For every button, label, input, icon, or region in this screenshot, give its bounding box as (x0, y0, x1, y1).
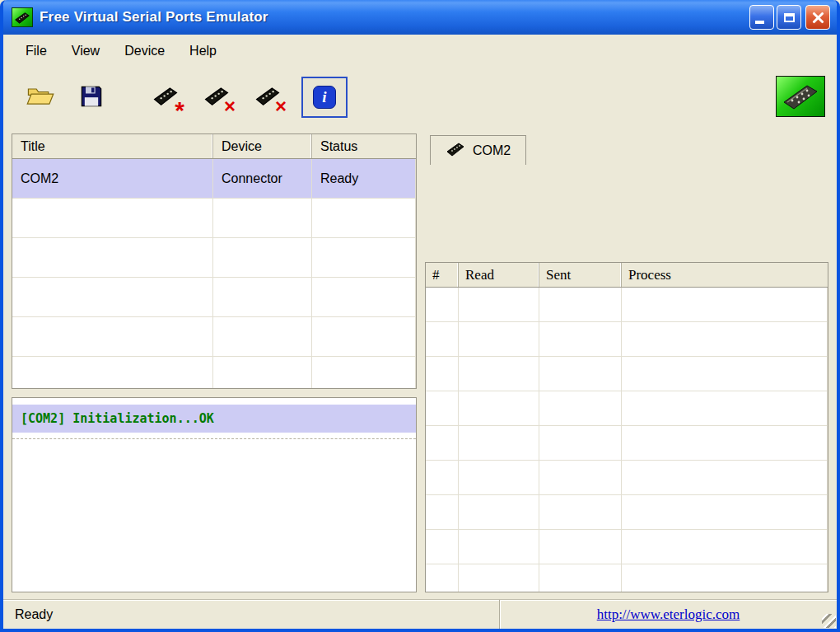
delete-x-badge: × (224, 96, 236, 116)
window-controls (749, 5, 830, 30)
create-star-badge: * (175, 98, 184, 123)
empty-cell (459, 426, 539, 461)
delete-all-devices-button[interactable]: × (247, 77, 288, 118)
device-row-device[interactable]: Connector (213, 159, 312, 199)
activity-table-body (426, 288, 828, 592)
empty-cell (622, 357, 828, 391)
log-line: [COM2] Initialization...OK (12, 405, 416, 433)
empty-cell (312, 317, 416, 357)
delete-device-button[interactable]: × (196, 77, 237, 118)
minimize-button[interactable] (749, 5, 774, 30)
empty-cell (213, 278, 312, 317)
empty-cell (459, 357, 539, 391)
tab-com2[interactable]: COM2 (430, 135, 526, 165)
empty-cell (213, 199, 312, 238)
column-header-process[interactable]: Process (622, 263, 828, 287)
toolbar: * × × i (3, 68, 837, 127)
status-bar: Ready http://www.eterlogic.com (3, 599, 837, 629)
device-row-status[interactable]: Ready (312, 159, 416, 199)
empty-cell (12, 238, 213, 278)
empty-cell (459, 461, 539, 495)
devices-table-header: Title Device Status (12, 134, 416, 159)
empty-cell (426, 322, 459, 357)
empty-cell (213, 357, 312, 388)
right-column: COM2 # Read Sent Process (425, 133, 828, 592)
menu-view[interactable]: View (59, 40, 112, 63)
save-button[interactable] (71, 77, 112, 118)
empty-cell (622, 461, 828, 495)
empty-cell (426, 564, 459, 592)
empty-cell (426, 495, 459, 530)
link-panel: http://www.eterlogic.com (499, 600, 837, 629)
maximize-button[interactable] (777, 5, 801, 30)
empty-cell (312, 199, 416, 238)
column-header-read[interactable]: Read (459, 263, 539, 287)
empty-cell (426, 391, 459, 426)
empty-cell (539, 288, 622, 322)
empty-cell (426, 461, 459, 495)
empty-cell (622, 530, 828, 564)
menu-file[interactable]: File (13, 40, 59, 63)
about-button[interactable]: i (301, 77, 348, 118)
resize-grip[interactable] (822, 614, 836, 628)
menu-bar: File View Device Help (3, 35, 837, 68)
empty-cell (622, 391, 828, 426)
open-button[interactable] (20, 77, 61, 118)
main-area: Title Device Status COM2 Connector Ready… (3, 127, 837, 599)
close-button[interactable] (805, 5, 830, 30)
minimize-icon (755, 21, 764, 24)
empty-cell (213, 317, 312, 357)
titlebar[interactable]: Free Virtual Serial Ports Emulator (3, 0, 837, 35)
tab-strip: COM2 (425, 133, 828, 165)
empty-cell (539, 357, 622, 391)
open-folder-icon (26, 85, 54, 110)
menu-help[interactable]: Help (177, 40, 229, 63)
empty-cell (459, 530, 539, 564)
empty-cell (426, 426, 459, 461)
empty-cell (12, 357, 213, 388)
delete-all-x-badge: × (275, 96, 287, 116)
column-header-title[interactable]: Title (12, 134, 213, 158)
activity-table-header: # Read Sent Process (426, 263, 828, 288)
empty-cell (539, 426, 622, 461)
empty-cell (622, 495, 828, 530)
menu-device[interactable]: Device (112, 40, 177, 63)
device-row-title[interactable]: COM2 (12, 159, 213, 199)
log-panel[interactable]: [COM2] Initialization...OK (12, 397, 417, 592)
maximize-icon (784, 13, 795, 22)
column-header-num[interactable]: # (426, 263, 459, 287)
empty-cell (213, 238, 312, 278)
left-column: Title Device Status COM2 Connector Ready… (12, 133, 417, 592)
empty-cell (459, 564, 539, 592)
status-message: Ready (3, 607, 53, 622)
tab-connector-icon (446, 141, 465, 161)
window-title: Free Virtual Serial Ports Emulator (40, 9, 268, 26)
empty-cell (426, 530, 459, 564)
column-header-sent[interactable]: Sent (539, 263, 622, 287)
empty-cell (539, 322, 622, 357)
empty-cell (426, 288, 459, 322)
empty-cell (622, 322, 828, 357)
column-header-status[interactable]: Status (312, 134, 416, 158)
empty-cell (459, 322, 539, 357)
empty-cell (622, 426, 828, 461)
devices-table-body: COM2 Connector Ready (12, 159, 416, 388)
app-window: Free Virtual Serial Ports Emulator File … (0, 0, 840, 632)
empty-cell (312, 357, 416, 388)
website-link[interactable]: http://www.eterlogic.com (597, 606, 740, 623)
empty-cell (12, 199, 213, 238)
empty-cell (539, 391, 622, 426)
create-device-button[interactable]: * (145, 77, 186, 118)
column-header-device[interactable]: Device (213, 134, 312, 158)
tab-label: COM2 (473, 143, 511, 158)
empty-cell (12, 317, 213, 357)
empty-cell (459, 391, 539, 426)
empty-cell (312, 238, 416, 278)
serial-connector-icon (776, 76, 825, 117)
empty-cell (459, 495, 539, 530)
empty-cell (426, 357, 459, 391)
empty-cell (459, 288, 539, 322)
activity-table: # Read Sent Process (425, 262, 828, 592)
empty-cell (12, 278, 213, 317)
info-icon: i (313, 86, 336, 109)
